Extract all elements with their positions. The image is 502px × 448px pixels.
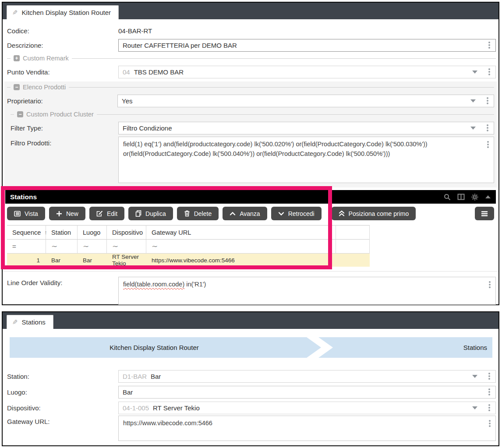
list-view-icon (14, 211, 21, 217)
descrizione-row: Descrizione: Router CAFFETTERIA per DEMO… (7, 38, 496, 53)
chevron-down-icon[interactable] (472, 71, 477, 74)
line-order-validity-misspelled: field(table.room.code) (123, 281, 184, 288)
copy-icon (135, 210, 141, 217)
tab-stations[interactable]: ✎ Stations (7, 315, 53, 329)
breadcrumb-item-stations[interactable]: Stations (463, 344, 492, 351)
tab-kitchen-display-station-router[interactable]: ✎ Kitchen Display Station Router (7, 5, 119, 19)
luogo-row: Luogo: Bar (7, 384, 496, 400)
descrizione-kebab-menu-icon[interactable] (487, 41, 491, 49)
punto-vendita-row: Punto Vendita: 04 TBS DEMO BAR (7, 64, 496, 80)
luogo-input[interactable]: Bar (118, 386, 496, 399)
filter-cell-luogo[interactable]: ∼ (78, 240, 107, 254)
descrizione-input[interactable]: Router CAFFETTERIA per DEMO BAR (118, 39, 496, 52)
breadcrumb-item-router[interactable]: Kitchen Display Station Router (10, 344, 299, 351)
dispositivo-kebab-menu-icon[interactable] (487, 403, 491, 412)
station-input[interactable]: D1-BAR Bar (118, 370, 496, 383)
gateway-url-kebab-menu-icon[interactable] (488, 419, 492, 428)
column-header-filler (336, 225, 370, 240)
gateway-url-textarea[interactable]: https://www.vibecode.com:5466 (118, 416, 496, 441)
columns-icon[interactable] (457, 194, 465, 200)
filter-type-input[interactable]: Filtro Condizione (118, 122, 494, 134)
search-icon[interactable] (444, 194, 451, 201)
proprietario-row: Proprietario: Yes (7, 93, 494, 109)
line-order-validity-textarea[interactable]: field(table.room.code) in('R1') (118, 277, 496, 305)
column-header-station[interactable]: Station (46, 225, 78, 240)
table-row-cell-dispositivo[interactable]: RT Server Tekio (107, 254, 146, 267)
column-header-luogo[interactable]: Luogo (78, 225, 107, 240)
posiziona-come-primo-button[interactable]: Posiziona come primo (332, 207, 416, 220)
station-form: Station: D1-BAR Bar Luogo: Bar Dispositi… (3, 358, 498, 441)
duplica-button[interactable]: Duplica (128, 207, 173, 220)
table-row-cell-station[interactable]: Bar (46, 254, 78, 267)
contains-filter-icon: ∼ (51, 242, 57, 251)
filtro-prodotti-kebab-menu-icon[interactable] (486, 140, 490, 149)
descrizione-label: Descrizione: (7, 42, 118, 49)
grid-menu-button[interactable] (475, 207, 494, 220)
column-header-dispositivo[interactable]: Dispositivo (107, 225, 146, 240)
custom-remark-group-header: + Custom Remark (7, 53, 496, 64)
table-row-cell-luogo[interactable]: Bar (78, 254, 107, 267)
codice-value: 04-BAR-RT (118, 27, 152, 35)
filter-cell-sequence[interactable]: = (7, 240, 46, 254)
chevron-down-icon[interactable] (472, 375, 477, 378)
punto-vendita-kebab-menu-icon[interactable] (487, 67, 491, 76)
table-row-cell-gateway-url[interactable]: https://www.vibecode.com:5466 (146, 254, 336, 267)
filter-cell-station[interactable]: ∼ (46, 240, 78, 254)
tab-label: Kitchen Display Station Router (22, 9, 111, 16)
station-row: Station: D1-BAR Bar (7, 368, 496, 384)
delete-button[interactable]: Delete (177, 207, 219, 220)
filter-type-row: Filter Type: Filtro Condizione (11, 120, 494, 136)
filtro-prodotti-textarea[interactable]: field(1) eq('1') and(field(productcatego… (118, 137, 494, 183)
collapse-triangle-icon[interactable] (485, 195, 491, 199)
vista-button[interactable]: Vista (7, 207, 45, 220)
filter-type-value: Filtro Condizione (123, 124, 172, 132)
luogo-kebab-menu-icon[interactable] (487, 388, 491, 396)
luogo-label: Luogo: (7, 388, 118, 396)
table-row-cell-filler[interactable] (336, 254, 370, 267)
filter-cell-dispositivo[interactable]: ∼ (107, 240, 146, 254)
trash-icon (184, 210, 190, 217)
tab-label: Stations (22, 318, 46, 326)
collapse-minus-icon[interactable]: − (17, 111, 23, 117)
punto-vendita-label: Punto Vendita: (7, 68, 118, 76)
column-header-sequence[interactable]: Sequence ↑ (7, 225, 46, 240)
router-editor-panel: ✎ Kitchen Display Station Router Codice:… (2, 2, 499, 305)
avanza-button[interactable]: Avanza (223, 207, 267, 220)
filtro-prodotti-label: Filtro Prodotti: (11, 137, 118, 147)
chevron-down-icon[interactable] (472, 406, 477, 409)
expand-plus-icon[interactable]: + (14, 55, 20, 61)
dispositivo-label: Dispositivo: (7, 404, 118, 412)
proprietario-kebab-menu-icon[interactable] (485, 96, 490, 105)
chevron-down-icon[interactable] (470, 99, 476, 102)
stations-tabstrip: ✎ Stations (3, 312, 498, 329)
line-order-validity-rest: in('R1') (184, 281, 206, 288)
dispositivo-input[interactable]: 04-1-005 RT Server Tekio (118, 402, 496, 414)
gear-icon[interactable] (471, 194, 478, 201)
dispositivo-code: 04-1-005 (123, 404, 149, 412)
table-row-cell-sequence[interactable]: 1 (7, 254, 46, 267)
chevron-down-icon[interactable] (470, 127, 476, 130)
station-kebab-menu-icon[interactable] (487, 372, 491, 381)
dispositivo-row: Dispositivo: 04-1-005 RT Server Tekio (7, 400, 496, 416)
retrocedi-button[interactable]: Retrocedi (271, 207, 322, 220)
filter-type-kebab-menu-icon[interactable] (485, 123, 490, 132)
elenco-prodotti-group-header: − Elenco Prodotti (7, 81, 494, 93)
collapse-minus-icon[interactable]: − (14, 84, 20, 90)
stations-section: Stations Vista New Edit (3, 190, 498, 267)
proprietario-input[interactable]: Yes (117, 95, 494, 107)
new-button[interactable]: New (49, 207, 85, 220)
filtro-prodotti-value: field(1) eq('1') and(field(productcatego… (123, 141, 428, 157)
gateway-url-value: https://www.vibecode.com:5466 (123, 420, 212, 427)
punto-vendita-input[interactable]: 04 TBS DEMO BAR (118, 66, 496, 78)
edit-button[interactable]: Edit (89, 207, 124, 220)
gateway-url-row: Gateway URL: https://www.vibecode.com:54… (7, 416, 496, 441)
chevron-down-icon (278, 211, 284, 216)
line-order-validity-kebab-menu-icon[interactable] (488, 280, 492, 289)
station-value: Bar (151, 373, 161, 380)
line-order-validity-row: Line Order Validity: field(table.room.co… (3, 271, 498, 305)
edit-pencil-icon (96, 211, 103, 217)
station-code: D1-BAR (123, 373, 147, 380)
column-header-gateway-url[interactable]: Gateway URL (146, 225, 336, 240)
filter-cell-gateway-url[interactable]: ∼ (146, 240, 336, 254)
custom-product-cluster-group-label: Custom Product Cluster (26, 111, 94, 118)
